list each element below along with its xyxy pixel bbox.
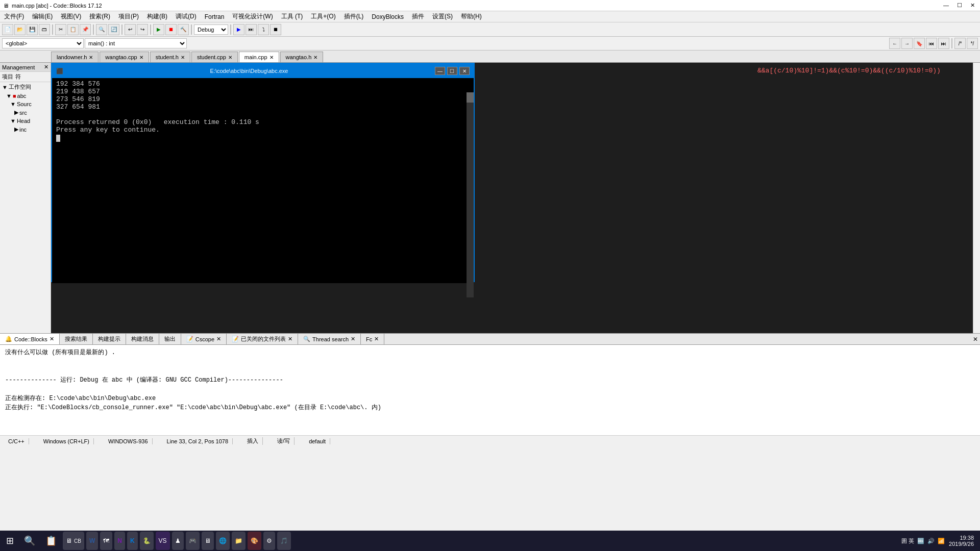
taskbar-app-files[interactable]: 📁 <box>232 532 246 550</box>
debug-stop-btn[interactable]: ⏹ <box>270 24 281 35</box>
bookmark-btn[interactable]: 🔖 <box>914 38 925 49</box>
tab-close-landowner-h[interactable]: ✕ <box>89 55 93 60</box>
tree-sources[interactable]: ▼ Sourc <box>0 100 51 108</box>
tree-abc[interactable]: ▼ ■ abc <box>0 92 51 100</box>
menu-file[interactable]: 文件(F) <box>0 11 28 22</box>
search-button[interactable]: 🔍 <box>20 532 39 550</box>
taskbar-app-onenote[interactable]: N <box>114 532 125 550</box>
replace-btn[interactable]: 🔄 <box>108 24 119 35</box>
menu-plugins2[interactable]: 插件 <box>408 11 428 22</box>
taskbar-app-settings[interactable]: ⚙ <box>263 532 275 550</box>
logs-tab-fc[interactable]: Fc ✕ <box>361 334 384 344</box>
logs-tab-codeblocks[interactable]: 🔔 Code::Blocks ✕ <box>0 334 60 344</box>
logs-tab-cscope[interactable]: 📝 Cscope ✕ <box>181 334 227 344</box>
logs-tab-output[interactable]: 输出 <box>159 334 181 344</box>
copy-btn[interactable]: 📋 <box>67 24 79 35</box>
network-icon[interactable]: 📶 <box>938 538 945 544</box>
next-bookmark-btn[interactable]: ⏭ <box>938 38 949 49</box>
maximize-button[interactable]: ☐ <box>955 2 964 9</box>
function-dropdown[interactable]: main() : int <box>85 38 187 48</box>
menu-visual[interactable]: 可视化设计(W) <box>228 11 277 22</box>
tree-inc[interactable]: ▶ inc <box>0 125 51 134</box>
close-button[interactable]: ✕ <box>968 2 977 9</box>
volume-icon[interactable]: 🔊 <box>927 538 935 544</box>
logs-tab-close[interactable]: ✕ <box>216 336 221 342</box>
tab-landowner-h[interactable]: landowner.h ✕ <box>51 52 99 62</box>
menu-search[interactable]: 搜索(R) <box>85 11 114 22</box>
logs-tab-thread-search[interactable]: 🔍 Thread search ✕ <box>298 334 361 344</box>
menu-edit[interactable]: 编辑(E) <box>28 11 57 22</box>
cut-btn[interactable]: ✂ <box>55 24 66 35</box>
logs-tab-close[interactable]: ✕ <box>374 336 379 342</box>
console-close-btn[interactable]: ✕ <box>459 67 470 75</box>
tab-close-student-h[interactable]: ✕ <box>181 55 185 60</box>
menu-doxyblocks[interactable]: DoxyBlocks <box>368 12 408 21</box>
tab-student-cpp[interactable]: student.cpp ✕ <box>191 52 238 62</box>
menu-fortran[interactable]: Fortran <box>201 12 229 21</box>
redo-btn[interactable]: ↪ <box>137 24 148 35</box>
taskbar-app-codeblocks[interactable]: 🖥 CB <box>63 532 84 550</box>
debug-dropdown[interactable]: Debug Release <box>194 24 228 35</box>
tab-main-cpp[interactable]: main.cpp ✕ <box>239 52 279 62</box>
save-all-btn[interactable]: 🗃 <box>39 24 50 35</box>
undo-btn[interactable]: ↩ <box>125 24 136 35</box>
tab-close-student-cpp[interactable]: ✕ <box>228 55 232 60</box>
tab-student-h[interactable]: student.h ✕ <box>150 52 190 62</box>
tab-close-wangtao-h[interactable]: ✕ <box>313 55 317 60</box>
uncomment-btn[interactable]: */ <box>967 38 978 49</box>
save-btn[interactable]: 💾 <box>27 24 38 35</box>
nav-back-btn[interactable]: ← <box>889 38 900 49</box>
comment-btn[interactable]: /* <box>954 38 966 49</box>
clock[interactable]: 19:38 2019/9/26 <box>949 535 974 547</box>
new-btn[interactable]: 📄 <box>2 24 13 35</box>
console-scrollbar[interactable] <box>467 92 474 297</box>
menu-help[interactable]: 帮助(H) <box>457 11 486 22</box>
nav-forward-btn[interactable]: → <box>901 38 913 49</box>
taskbar-app-python[interactable]: 🐍 <box>140 532 154 550</box>
logs-tab-close[interactable]: ✕ <box>288 336 292 342</box>
logs-tab-search[interactable]: 搜索结果 <box>60 334 93 344</box>
taskbar-app-maps[interactable]: 🗺 <box>100 532 112 550</box>
taskbar-app-chrome[interactable]: 🌐 <box>216 532 230 550</box>
debug-run-btn[interactable]: ▶ <box>233 24 244 35</box>
logs-tab-build-hints[interactable]: 构建提示 <box>93 334 126 344</box>
menu-plugins[interactable]: 插件(L) <box>340 11 368 22</box>
minimize-button[interactable]: — <box>941 2 951 9</box>
taskbar-app-k[interactable]: K <box>127 532 138 550</box>
tab-wangtao-cpp[interactable]: wangtao.cpp ✕ <box>100 52 149 62</box>
tab-close-main-cpp[interactable]: ✕ <box>270 55 274 60</box>
logs-close-btn[interactable]: ✕ <box>973 336 978 343</box>
start-button[interactable]: ⊞ <box>2 532 18 550</box>
build-btn[interactable]: 🔨 <box>178 24 189 35</box>
tab-symbol[interactable]: 符 <box>15 73 21 81</box>
console-maximize-btn[interactable]: ☐ <box>447 67 457 75</box>
taskbar-app-vs[interactable]: VS <box>156 532 170 550</box>
tree-headers[interactable]: ▼ Head <box>0 117 51 125</box>
taskbar-app-word[interactable]: W <box>86 532 98 550</box>
console-minimize-btn[interactable]: — <box>435 67 445 75</box>
task-view-button[interactable]: 📋 <box>41 532 61 550</box>
taskbar-app-color[interactable]: 🎨 <box>248 532 261 550</box>
logs-tab-close[interactable]: ✕ <box>50 336 54 342</box>
taskbar-app-chess[interactable]: ♟ <box>172 532 184 550</box>
taskbar-app-media[interactable]: 🎵 <box>277 532 291 550</box>
stop-btn[interactable]: ⏹ <box>165 24 177 35</box>
editor-scrollbar[interactable] <box>973 63 980 333</box>
tree-src[interactable]: ▶ src <box>0 108 51 117</box>
menu-view[interactable]: 视图(V) <box>57 11 85 22</box>
open-btn[interactable]: 📂 <box>14 24 26 35</box>
lang-icon[interactable]: 🔤 <box>917 538 924 544</box>
menu-tools[interactable]: 工具 (T) <box>277 11 307 22</box>
debug-next-btn[interactable]: ⏭ <box>246 24 257 35</box>
global-dropdown[interactable]: <global> <box>2 38 84 48</box>
menu-settings[interactable]: 设置(S) <box>428 11 457 22</box>
prev-bookmark-btn[interactable]: ⏮ <box>926 38 937 49</box>
menu-project[interactable]: 项目(P) <box>114 11 143 22</box>
taskbar-app-monitor[interactable]: 🖥 <box>202 532 214 550</box>
menu-debug[interactable]: 调试(D) <box>172 11 201 22</box>
find-btn[interactable]: 🔍 <box>96 24 107 35</box>
logs-tab-closed-files[interactable]: 📝 已关闭的文件列表 ✕ <box>227 334 298 344</box>
tab-project[interactable]: 项目 <box>2 73 13 81</box>
taskbar-app-steam[interactable]: 🎮 <box>186 532 200 550</box>
run-btn[interactable]: ▶ <box>153 24 164 35</box>
